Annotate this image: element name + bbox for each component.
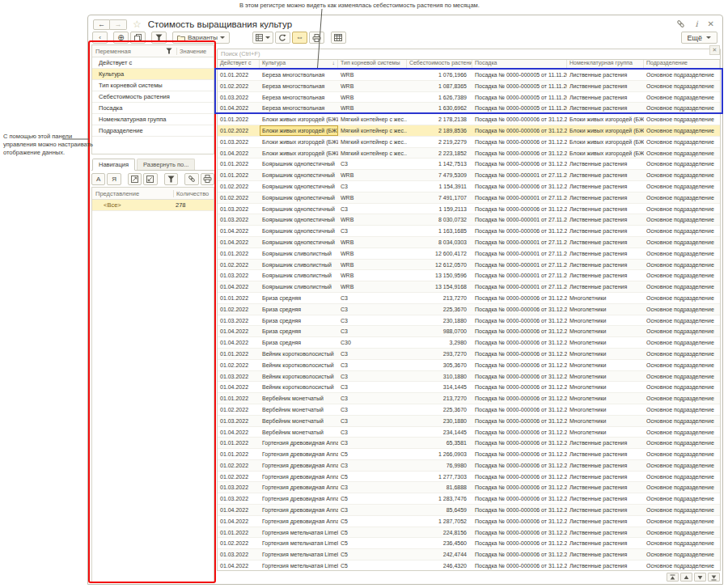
table-cell[interactable]: Посадка № 0000-000006 от 31.12.2021 (472, 393, 567, 404)
table-cell[interactable]: Посадка № 0000-000006 от 31.12.2021 (472, 472, 567, 482)
param-row[interactable]: Себестоимость растения (92, 91, 214, 103)
table-cell[interactable]: Гортензия метельчатая Limelight (260, 549, 338, 560)
table-cell[interactable]: Посадка № 0000-000006 от 31.12.2021 (472, 125, 567, 136)
table-cell[interactable]: Гортензия метельчатая Limelight (260, 538, 338, 548)
table-cell[interactable]: С3 (338, 382, 407, 392)
table-cell[interactable]: С3 (338, 326, 407, 336)
sort-asc-button[interactable]: А (91, 173, 105, 185)
table-cell[interactable]: Боярышник однопестичный (260, 159, 338, 169)
table-cell[interactable]: 01.04.2022 (218, 103, 260, 113)
table-cell[interactable]: 01.02.2022 (218, 472, 260, 482)
param-row[interactable]: Тип корневой системы (92, 80, 214, 91)
sidebar-link-button[interactable] (184, 173, 198, 185)
table-cell[interactable]: Лиственные растения (567, 538, 644, 548)
table-cell[interactable]: Гортензия древовидная Annabelle (260, 505, 338, 515)
table-cell[interactable]: С3 (338, 304, 407, 315)
scroll-bottom-button[interactable] (708, 573, 720, 582)
table-cell[interactable]: Посадка № 0000-000001 от 27.11.2020 (472, 192, 567, 203)
table-cell[interactable]: Многолетники (567, 326, 644, 336)
table-cell[interactable]: 01.01.2022 (218, 527, 260, 538)
table-cell[interactable]: Гортензия древовидная Annabelle (260, 449, 338, 459)
table-row[interactable]: 01.02.2022Боярышник однопестичныйWRB7 49… (218, 192, 720, 204)
table-cell[interactable]: Многолетники (567, 393, 644, 404)
table-cell[interactable]: 65,3581 (407, 438, 472, 448)
favorite-star-icon[interactable]: ☆ (133, 20, 142, 28)
table-row[interactable]: 01.04.2022Боярышник сливолистныйWRB13 15… (218, 281, 720, 293)
table-cell[interactable]: Посадка № 0000-000001 от 27.11.2020 (472, 170, 567, 180)
table-cell[interactable]: Основное подразделение (644, 148, 720, 159)
table-cell[interactable]: Лиственные растения (567, 81, 644, 91)
table-cell[interactable]: Основное подразделение (644, 114, 720, 125)
table-cell[interactable]: 234,1445 (407, 427, 472, 438)
table-cell[interactable]: Вейник коротковолосистый (260, 360, 338, 370)
table-cell[interactable]: Основное подразделение (644, 449, 720, 459)
table-cell[interactable]: 236,4560 (407, 538, 472, 548)
table-cell[interactable]: Посадка № 0000-000006 от 31.12.2021 (472, 315, 567, 326)
table-cell[interactable]: Посадка № 0000-000006 от 31.12.2021 (472, 349, 567, 359)
table-cell[interactable]: Основное подразделение (644, 337, 720, 348)
table-cell[interactable]: Лиственные растения (567, 170, 644, 180)
table-cell[interactable]: Основное подразделение (644, 516, 720, 527)
table-cell[interactable]: Многолетники (567, 382, 644, 392)
forward-button[interactable]: → (110, 19, 127, 30)
table-cell[interactable]: 1 163,1685 (407, 226, 472, 236)
table-cell[interactable]: Основное подразделение (644, 70, 720, 80)
table-cell[interactable]: Посадка № 0000-000001 от 27.11.2020 (472, 270, 567, 281)
table-cell[interactable]: 2 223,1852 (407, 148, 472, 159)
table-row[interactable]: 01.01.2022Боярышник однопестичныйС31 142… (218, 159, 720, 170)
table-cell[interactable]: Основное подразделение (644, 125, 720, 136)
table-cell[interactable]: 13 150,9596 (407, 270, 472, 281)
table-cell[interactable]: Вейник коротковолосистый (260, 371, 338, 382)
table-cell[interactable]: Лиственные растения (567, 248, 644, 259)
table-cell[interactable]: Блоки живых изгородей (БЖИ) (567, 148, 644, 159)
table-cell[interactable]: Блоки живых изгородей (БЖИ) (260, 148, 338, 159)
table-cell[interactable]: Посадка № 0000-000006 от 31.12.2021 (472, 304, 567, 315)
table-cell[interactable]: 01.04.2022 (218, 326, 260, 336)
table-cell[interactable]: Лиственные растения (567, 226, 644, 236)
table-cell[interactable]: Мягкий контейнер с жес... (338, 137, 407, 147)
table-cell[interactable]: WRB (338, 260, 407, 270)
table-cell[interactable]: 1 159,2113 (407, 204, 472, 214)
print-button[interactable] (309, 32, 324, 44)
table-cell[interactable]: Посадка № 0000-000001 от 27.11.2020 (472, 237, 567, 247)
param-row[interactable]: Действует с (92, 57, 214, 69)
table-cell[interactable]: Лиственные растения (567, 281, 644, 292)
table-cell[interactable]: Посадка № 0000-000006 от 31.12.2021 (472, 438, 567, 448)
table-cell[interactable]: Боярышник сливолистный (260, 260, 338, 270)
table-cell[interactable]: Посадка № 0000-000006 от 31.12.2021 (472, 204, 567, 214)
table-cell[interactable]: Основное подразделение (644, 505, 720, 515)
table-cell[interactable]: С3 (338, 159, 407, 169)
table-cell[interactable]: 246,4320 (407, 561, 472, 570)
table-cell[interactable]: Посадка № 0000-000006 от 31.12.2021 (472, 148, 567, 159)
table-cell[interactable]: Многолетники (567, 315, 644, 326)
table-cell[interactable]: 01.02.2022 (218, 404, 260, 415)
table-cell[interactable]: С5 (338, 549, 407, 560)
table-row[interactable]: 01.04.2022Боярышник однопестичныйWRB8 03… (218, 237, 720, 248)
table-cell[interactable]: 988,0700 (407, 326, 472, 336)
table-cell[interactable]: Гортензия метельчатая Limelight (260, 527, 338, 538)
table-cell[interactable]: Многолетники (567, 360, 644, 370)
table-cell[interactable]: Основное подразделение (644, 248, 720, 259)
table-cell[interactable]: Гортензия древовидная Annabelle (260, 482, 338, 493)
table-row[interactable]: 01.03.2022Боярышник однопестичныйС31 159… (218, 204, 720, 215)
table-cell[interactable]: 85,6459 (407, 505, 472, 515)
table-row[interactable]: 01.02.2022Вейник коротковолосистыйС3305,… (218, 360, 720, 371)
table-cell[interactable]: 01.01.2022 (218, 159, 260, 169)
table-cell[interactable]: Многолетники (567, 371, 644, 382)
table-cell[interactable]: Блоки живых изгородей (БЖИ) (567, 125, 644, 136)
table-cell[interactable]: Вейник коротковолосистый (260, 382, 338, 392)
table-row[interactable]: 01.03.2022Гортензия древовидная Annabell… (218, 482, 720, 493)
table-cell[interactable]: Основное подразделение (644, 349, 720, 359)
table-row[interactable]: 01.02.2022Блоки живых изгородей (БЖИ)Мяг… (218, 125, 720, 137)
table-cell[interactable]: 01.01.2022 (218, 349, 260, 359)
table-cell[interactable]: С3 (338, 371, 407, 382)
table-cell[interactable]: Посадка № 0000-000006 от 31.12.2021 (472, 114, 567, 125)
scroll-down-button[interactable] (694, 573, 706, 582)
table-cell[interactable]: Посадка № 0000-000005 от 11.11.2021 (472, 81, 567, 91)
table-cell[interactable]: Лиственные растения (567, 493, 644, 504)
table-cell[interactable]: Лиственные растения (567, 438, 644, 448)
table-cell[interactable]: Основное подразделение (644, 371, 720, 382)
table-cell[interactable]: 13 154,9168 (407, 281, 472, 292)
table-row[interactable]: 01.02.2022Бриза средняяС3225,3670Посадка… (218, 304, 720, 315)
table-cell[interactable]: Основное подразделение (644, 270, 720, 281)
